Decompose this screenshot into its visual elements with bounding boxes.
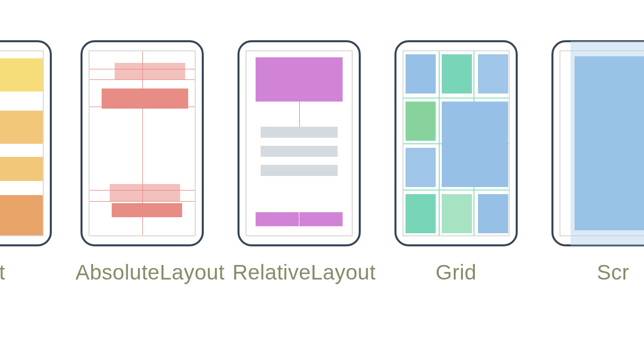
rel-connector xyxy=(299,102,300,127)
layout-diagram: out AbsoluteLayout xyxy=(0,0,644,362)
stack-row-4 xyxy=(0,195,43,235)
grid-cell xyxy=(478,54,508,94)
phone-frame xyxy=(0,40,52,246)
rel-foot-link xyxy=(299,219,299,219)
abs-rect-2 xyxy=(112,203,182,217)
grid-cell xyxy=(442,54,472,94)
abs-rect-1 xyxy=(102,88,188,109)
card-stacklayout: out xyxy=(0,40,57,285)
rel-row-2 xyxy=(261,146,338,157)
stack-row-2 xyxy=(0,111,43,144)
caption-stacklayout: out xyxy=(0,260,57,285)
phone-frame xyxy=(551,40,644,246)
stack-row-1 xyxy=(0,58,43,92)
scroll-content xyxy=(575,56,644,230)
rel-row-1 xyxy=(261,127,338,138)
grid-cell xyxy=(442,194,472,233)
card-grid: Grid xyxy=(389,40,523,285)
grid-cell xyxy=(406,194,436,233)
phone-screen xyxy=(403,50,510,236)
rel-foot-left xyxy=(256,212,299,226)
rel-row-3 xyxy=(261,165,338,176)
grid-h1 xyxy=(404,98,509,99)
rel-foot-right xyxy=(299,212,343,226)
card-relativelayout: RelativeLayout xyxy=(232,40,366,285)
abs-soft-2 xyxy=(110,184,180,201)
phone-screen xyxy=(246,50,353,236)
phone-frame xyxy=(394,40,518,246)
phone-screen xyxy=(89,50,196,236)
abs-soft-1 xyxy=(115,63,185,80)
grid-cell xyxy=(478,194,508,233)
card-scrollview: Scr xyxy=(546,40,644,285)
phone-screen xyxy=(559,50,644,236)
phone-frame xyxy=(80,40,204,246)
card-absolutelayout: AbsoluteLayout xyxy=(75,40,209,285)
caption-scrollview: Scr xyxy=(546,260,644,285)
grid-cell xyxy=(406,54,436,94)
caption-relativelayout: RelativeLayout xyxy=(232,260,366,285)
phone-frame xyxy=(237,40,361,246)
grid-cell-big xyxy=(442,102,508,187)
caption-absolutelayout: AbsoluteLayout xyxy=(75,260,209,285)
grid-cell xyxy=(406,102,436,141)
caption-grid: Grid xyxy=(389,260,523,285)
grid-h3 xyxy=(404,190,509,191)
rel-header xyxy=(256,57,343,102)
phone-screen xyxy=(0,50,44,236)
stack-row-3 xyxy=(0,157,43,181)
grid-cell xyxy=(406,148,436,187)
abs-hline-3b xyxy=(90,201,195,202)
